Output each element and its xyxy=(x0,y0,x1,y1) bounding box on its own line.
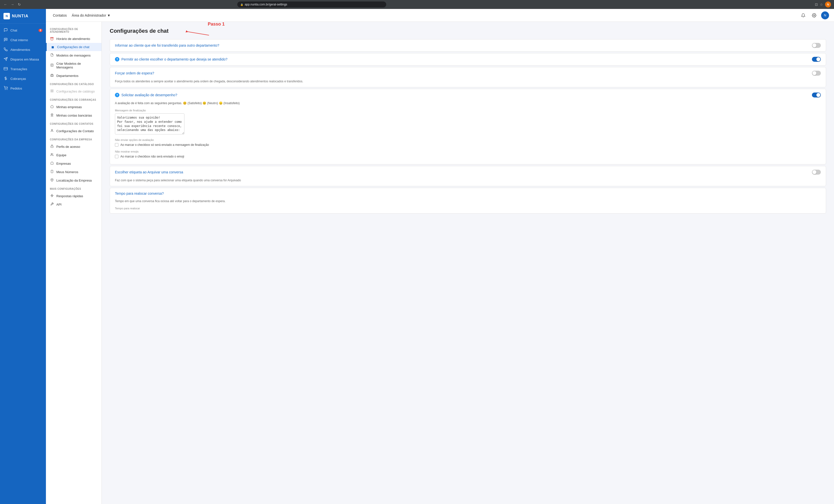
no-emoji-label: Não mostrar emojis xyxy=(115,150,821,153)
eval-header: ? Solicitar avaliação de desempenho? xyxy=(110,89,826,101)
eval-expanded: A avaliação de é feita com as seguintes … xyxy=(110,101,826,164)
respostas-label: Respostas rápidas xyxy=(56,194,97,198)
browser-user-avatar[interactable]: N xyxy=(825,1,831,7)
config-chat-label: Configurações de chat xyxy=(57,45,97,49)
menu-horario-atendimento[interactable]: ⏰ Horário de atendimento xyxy=(46,35,102,43)
chat-config-icon: ◼ xyxy=(51,45,54,49)
criar-modelos-label: Criar Modelos de Mensagens xyxy=(56,62,97,69)
relocate-title: Tempo para realocar conversa? xyxy=(115,191,821,196)
chat-badge: 8 xyxy=(39,29,42,32)
config-section-transfer: Informar ao cliente que ele foi transfer… xyxy=(110,39,826,52)
top-bar: Contatos Área do Administrador ▼ N xyxy=(46,9,834,22)
annotation-svg xyxy=(184,23,234,38)
sidebar-item-atendimentos[interactable]: Atendimentos xyxy=(0,45,46,54)
archive-title: Escolher etiqueta ao Arquivar uma conver… xyxy=(115,170,810,174)
sidebar-cobrancas-label: Cobranças xyxy=(10,77,42,81)
sidebar-transacoes-label: Transações xyxy=(10,67,42,71)
empresas-icon xyxy=(50,105,54,109)
menu-equipe[interactable]: Equipe xyxy=(46,151,102,159)
banco-icon xyxy=(50,113,54,117)
sidebar-item-cobrancas[interactable]: Cobranças xyxy=(0,74,46,84)
choose-dept-toggle[interactable] xyxy=(812,57,821,62)
forward-button[interactable]: → xyxy=(10,2,15,7)
back-button[interactable]: ← xyxy=(3,2,8,7)
menu-departamentos[interactable]: Departamentos xyxy=(46,71,102,80)
menu-config-chat[interactable]: ◼ Configurações de chat xyxy=(46,43,102,51)
relocate-sublabel-container: Tempo para realocar xyxy=(110,207,826,213)
browser-chrome: ← → ↻ 🔒 app.nuntia.com.br/geral-settings… xyxy=(0,0,834,9)
sidebar-item-chat-interno[interactable]: Chat interno xyxy=(0,35,46,45)
api-label: API xyxy=(56,203,97,206)
perfis-icon xyxy=(50,144,54,148)
section-title-cobrancas: CONFIGURAÇÕES DE COBRANÇAS xyxy=(46,95,102,103)
sidebar-item-transacoes[interactable]: Transações xyxy=(0,64,46,74)
contatos-link[interactable]: Contatos xyxy=(51,12,69,19)
contas-bancarias-label: Minhas contas bancárias xyxy=(56,114,97,117)
menu-config-contato[interactable]: Configurações de Contato xyxy=(46,127,102,135)
menu-meus-numeros[interactable]: Meus Números xyxy=(46,168,102,176)
eval-description: A avaliação de é feita com as seguintes … xyxy=(115,101,821,106)
sidebar-item-chat[interactable]: Chat 8 xyxy=(0,26,46,35)
menu-respostas-rapidas[interactable]: Respostas rápidas xyxy=(46,192,102,200)
menu-perfis-acesso[interactable]: Perfis de acesso xyxy=(46,142,102,151)
cast-icon[interactable]: ⊡ xyxy=(815,2,818,6)
sidebar-logo: N NUNTIA xyxy=(0,9,46,24)
atendimentos-icon xyxy=(3,47,8,52)
user-avatar-top[interactable]: N xyxy=(821,12,829,19)
sidebar-chat-label: Chat xyxy=(10,28,36,32)
sidebar-atendimentos-label: Atendimentos xyxy=(10,48,42,52)
disparos-icon xyxy=(3,57,8,62)
queue-toggle[interactable] xyxy=(812,71,821,76)
sidebar-item-pedidos[interactable]: Pedidos xyxy=(0,84,46,93)
menu-config-catalogo[interactable]: Configurações de catálogo xyxy=(46,87,102,95)
finalization-textarea[interactable]: Valorizamos sua opinião! Por favor, nos … xyxy=(115,113,184,134)
departamentos-icon xyxy=(50,74,54,78)
choose-dept-title: Permitir ao cliente escolher o departame… xyxy=(122,57,810,61)
top-nav: Contatos Área do Administrador ▼ xyxy=(51,12,798,19)
transfer-toggle[interactable] xyxy=(812,43,821,48)
queue-description: Força todos os atendentes a sempre aceit… xyxy=(110,79,826,87)
svg-point-8 xyxy=(814,15,815,16)
choose-dept-header: ? Permitir ao cliente escolher o departa… xyxy=(110,53,826,65)
sidebar: N NUNTIA Chat 8 Chat interno xyxy=(0,9,46,504)
menu-contas-bancarias[interactable]: Minhas contas bancárias xyxy=(46,111,102,119)
localizacao-label: Localização da Empresa xyxy=(56,179,97,182)
notifications-button[interactable] xyxy=(799,12,807,19)
admin-area-dropdown[interactable]: Área do Administrador ▼ xyxy=(70,12,112,19)
catalogo-label: Configurações de catálogo xyxy=(56,90,97,93)
menu-criar-modelos[interactable]: Criar Modelos de Mensagens xyxy=(46,60,102,71)
config-section-eval: ? Solicitar avaliação de desempenho? A a… xyxy=(110,89,826,164)
main-area: Contatos Área do Administrador ▼ N xyxy=(46,9,834,504)
sidebar-item-disparos[interactable]: Disparos em Massa xyxy=(0,54,46,64)
finalization-label: Mensagem de finalização xyxy=(115,109,821,112)
relocate-header: Tempo para realocar conversa? xyxy=(110,188,826,199)
chat-icon xyxy=(3,28,8,33)
perfis-label: Perfis de acesso xyxy=(56,145,97,148)
transacoes-icon xyxy=(3,67,8,71)
section-title-mais: MAIS CONFIGURAÇÕES xyxy=(46,185,102,192)
menu-modelos-mensagens[interactable]: Modelos de mensagens xyxy=(46,51,102,60)
equipe-icon xyxy=(50,153,54,157)
config-section-choose-dept: ? Permitir ao cliente escolher o departa… xyxy=(110,53,826,66)
bookmark-icon[interactable]: ☆ xyxy=(820,2,823,6)
app-layout: N NUNTIA Chat 8 Chat interno xyxy=(0,9,834,504)
section-title-empresa: CONFIGURAÇÕES DA EMPRESA xyxy=(46,135,102,142)
relocate-description: Tempo em que uma conversa fica ociosa at… xyxy=(110,199,826,207)
content-layout: CONFIGURAÇÕES DE ATENDIMENTO ⏰ Horário d… xyxy=(46,22,834,504)
archive-toggle[interactable] xyxy=(812,170,821,175)
menu-minhas-empresas[interactable]: Minhas empresas xyxy=(46,103,102,111)
url-bar[interactable]: 🔒 app.nuntia.com.br/geral-settings xyxy=(237,1,386,7)
checkbox-2[interactable] xyxy=(115,155,118,158)
eval-toggle[interactable] xyxy=(812,93,821,97)
menu-empresas-config[interactable]: Empresas xyxy=(46,159,102,168)
respostas-icon xyxy=(50,194,54,198)
pedidos-icon xyxy=(3,86,8,91)
menu-localizacao[interactable]: Localização da Empresa xyxy=(46,176,102,185)
checkbox-1[interactable] xyxy=(115,143,118,146)
svg-point-26 xyxy=(51,130,52,131)
refresh-button[interactable]: ↻ xyxy=(17,2,22,7)
section-title-contatos: CONFIGURAÇÕES DE CONTATOS xyxy=(46,119,102,127)
menu-api[interactable]: API xyxy=(46,200,102,209)
settings-button[interactable] xyxy=(810,12,818,19)
svg-rect-18 xyxy=(52,91,53,92)
